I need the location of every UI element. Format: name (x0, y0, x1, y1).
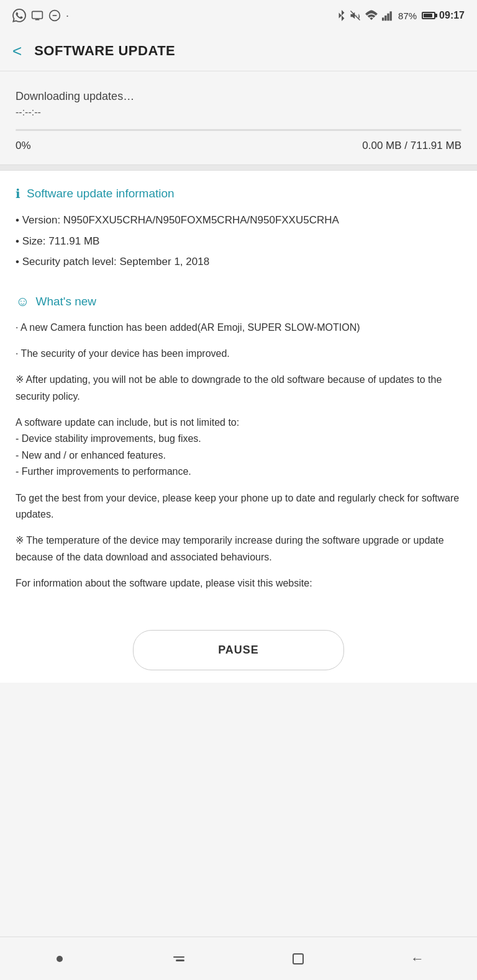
header: < SOFTWARE UPDATE (0, 31, 477, 71)
performance-item: - Further improvements to performance. (16, 466, 191, 477)
screen-icon (31, 9, 43, 22)
svg-rect-0 (32, 11, 43, 19)
progress-info: 0% 0.00 MB / 711.91 MB (16, 140, 461, 152)
downloading-label: Downloading updates… (16, 90, 461, 103)
svg-rect-9 (390, 11, 392, 20)
recent-apps-button[interactable] (41, 943, 78, 974)
camera-update-text: · A new Camera function has been added(A… (16, 320, 461, 336)
svg-rect-7 (384, 16, 386, 20)
wifi-icon (365, 10, 378, 21)
bottom-nav-spacer (0, 683, 477, 726)
keep-updated-text: To get the best from your device, please… (16, 490, 461, 523)
whats-new-body: · A new Camera function has been added(A… (16, 320, 461, 592)
status-icons-right: 87% 09:17 (337, 9, 465, 22)
svg-rect-6 (382, 17, 384, 20)
battery-icon (422, 12, 435, 19)
bluetooth-icon (337, 9, 346, 22)
security-patch-info: • Security patch level: September 1, 201… (16, 254, 461, 270)
status-bar: · 87% 09:17 (0, 0, 477, 31)
progress-bar-container (16, 129, 461, 131)
svg-rect-8 (387, 14, 389, 21)
back-arrow-icon: ← (411, 951, 424, 967)
whats-new-icon: ☺ (16, 294, 29, 310)
whats-new-section: ☺ What's new · A new Camera function has… (0, 290, 477, 618)
downgrade-warning-text: ※ After updating, you will not be able t… (16, 372, 461, 405)
version-info: • Version: N950FXXU5CRHA/N950FOXM5CRHA/N… (16, 212, 461, 228)
pause-area: PAUSE (0, 618, 477, 683)
home-button[interactable] (279, 943, 317, 974)
mute-icon (350, 9, 361, 22)
page-title: SOFTWARE UPDATE (34, 43, 175, 59)
home-icon (293, 953, 304, 964)
download-section: Downloading updates… --:--:-- 0% 0.00 MB… (0, 71, 477, 164)
stability-item: - Device stability improvements, bug fix… (16, 433, 201, 444)
recent-apps-icon (57, 956, 63, 962)
website-info-text: For information about the software updat… (16, 575, 461, 591)
progress-percent: 0% (16, 140, 31, 152)
bottom-nav: ← (0, 937, 477, 980)
battery-percent: 87% (398, 11, 417, 21)
update-includes-block: A software update can include, but is no… (16, 415, 461, 480)
info-section-title: Software update information (27, 187, 175, 200)
dnd-icon (48, 9, 61, 22)
status-icons-left: · (12, 9, 69, 22)
time-remaining: --:--:-- (16, 107, 461, 118)
status-time: 09:17 (439, 10, 465, 21)
whats-new-header: ☺ What's new (16, 294, 461, 310)
section-divider (0, 164, 477, 171)
menu-button[interactable] (160, 943, 198, 974)
back-button[interactable]: < (12, 43, 22, 59)
size-info: • Size: 711.91 MB (16, 233, 461, 249)
update-includes-label: A software update can include, but is no… (16, 417, 239, 428)
progress-size: 0.00 MB / 711.91 MB (362, 140, 461, 152)
info-header: ℹ Software update information (16, 186, 461, 201)
menu-icon (173, 956, 184, 961)
temperature-warning-text: ※ The temperature of the device may temp… (16, 533, 461, 565)
back-nav-button[interactable]: ← (399, 943, 436, 974)
dot-indicator: · (66, 9, 69, 22)
info-icon: ℹ (16, 186, 20, 201)
software-info-section: ℹ Software update information • Version:… (0, 171, 477, 290)
signal-icon (382, 10, 394, 21)
features-item: - New and / or enhanced features. (16, 450, 166, 461)
pause-button[interactable]: PAUSE (133, 630, 344, 670)
whats-new-title: What's new (35, 295, 96, 308)
whatsapp-icon (12, 9, 26, 22)
security-update-text: · The security of your device has been i… (16, 346, 461, 362)
